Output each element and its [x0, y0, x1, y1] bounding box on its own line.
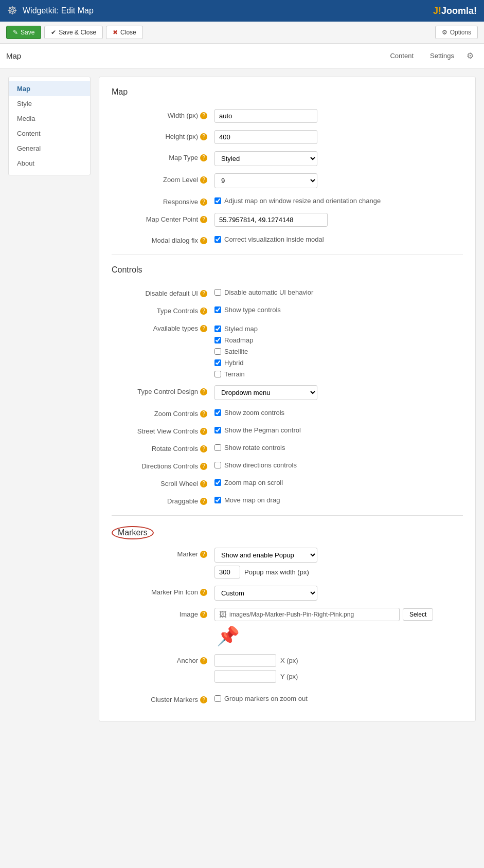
type-controls-control: Show type controls: [214, 304, 463, 314]
width-help-icon[interactable]: ?: [200, 112, 207, 119]
controls-markers-divider: [112, 515, 463, 516]
disable-ui-label: Disable default UI ?: [112, 287, 214, 297]
type-control-design-help-icon[interactable]: ?: [200, 388, 207, 395]
map-type-help-icon[interactable]: ?: [200, 154, 207, 161]
center-point-row: Map Center Point ?: [112, 213, 463, 227]
street-view-control: Show the Pegman control: [214, 425, 463, 434]
map-type-select[interactable]: Styled Roadmap Satellite Hybrid Terrain: [214, 151, 317, 166]
tab-content[interactable]: Content: [382, 45, 422, 67]
type-controls-help-icon[interactable]: ?: [200, 308, 207, 315]
popup-max-width-input[interactable]: [214, 566, 240, 578]
height-input[interactable]: [214, 130, 317, 144]
directions-controls-label: Directions Controls ?: [112, 460, 214, 470]
rotate-controls-help-icon[interactable]: ?: [200, 445, 207, 453]
directions-controls-checkbox[interactable]: [214, 462, 221, 468]
sidebar-item-about[interactable]: About: [9, 156, 90, 171]
zoom-controls-help-icon[interactable]: ?: [200, 410, 207, 418]
zoom-level-select[interactable]: 1234 5678 9101112: [214, 173, 317, 188]
responsive-checkbox[interactable]: [214, 197, 221, 204]
close-button[interactable]: ✖ Close: [106, 26, 143, 39]
sidebar-item-content[interactable]: Content: [9, 126, 90, 141]
scroll-wheel-checkbox[interactable]: [214, 479, 221, 486]
cluster-markers-help-icon[interactable]: ?: [200, 696, 207, 703]
type-control-design-select[interactable]: Dropdown menu Horizontal bar: [214, 385, 317, 400]
map-section-title: Map: [112, 87, 463, 101]
type-styled-label: Styled map: [214, 323, 463, 333]
sidebar-item-map[interactable]: Map: [9, 81, 90, 96]
disable-ui-control: Disable automatic UI behavior: [214, 287, 463, 296]
marker-control: Show and enable Popup Show only Disable …: [214, 548, 463, 578]
modal-checkbox[interactable]: [214, 236, 221, 243]
cluster-markers-checkbox[interactable]: [214, 695, 221, 702]
sidebar-item-general[interactable]: General: [9, 141, 90, 156]
marker-help-icon[interactable]: ?: [200, 551, 207, 558]
draggable-checkbox[interactable]: [214, 497, 221, 503]
street-view-label: Street View Controls ?: [112, 425, 214, 435]
type-controls-checkbox-label: Show type controls: [214, 304, 463, 314]
tab-settings[interactable]: Settings: [422, 45, 462, 67]
settings-gear-icon[interactable]: ⚙: [462, 44, 478, 68]
anchor-y-input[interactable]: [214, 670, 276, 683]
save-button[interactable]: ✎ Save: [6, 26, 41, 39]
zoom-controls-control: Show zoom controls: [214, 407, 463, 417]
controls-section-title: Controls: [112, 265, 463, 279]
marker-pin-icon-help-icon[interactable]: ?: [200, 589, 207, 596]
draggable-checkbox-label: Move map on drag: [214, 495, 463, 504]
save-close-button[interactable]: ✔ Save & Close: [44, 26, 103, 39]
draggable-help-icon[interactable]: ?: [200, 498, 207, 505]
type-terrain-checkbox[interactable]: [214, 371, 221, 377]
rotate-controls-checkbox[interactable]: [214, 444, 221, 451]
toolbar: ✎ Save ✔ Save & Close ✖ Close ⚙ Options: [0, 22, 484, 44]
modal-checkbox-label: Correct visualization inside modal: [214, 234, 463, 243]
modal-control: Correct visualization inside modal: [214, 234, 463, 243]
directions-controls-row: Directions Controls ? Show directions co…: [112, 460, 463, 470]
responsive-help-icon[interactable]: ?: [200, 198, 207, 206]
scroll-wheel-help-icon[interactable]: ?: [200, 480, 207, 487]
type-roadmap-checkbox[interactable]: [214, 337, 221, 343]
available-types-help-icon[interactable]: ?: [200, 325, 207, 332]
options-button[interactable]: ⚙ Options: [435, 26, 478, 39]
available-types-control: Styled map Roadmap Satellite Hybrid Terr…: [214, 322, 463, 378]
responsive-row: Responsive ? Adjust map on window resize…: [112, 195, 463, 206]
sidebar-item-media[interactable]: Media: [9, 111, 90, 126]
type-satellite-checkbox[interactable]: [214, 348, 221, 355]
disable-ui-checkbox[interactable]: [214, 289, 221, 296]
street-view-help-icon[interactable]: ?: [200, 428, 207, 435]
marker-label: Marker ?: [112, 548, 214, 558]
responsive-checkbox-label: Adjust map on window resize and orientat…: [214, 195, 463, 205]
center-point-input[interactable]: [214, 213, 328, 227]
cluster-markers-label: Cluster Markers ?: [112, 693, 214, 703]
anchor-row: Anchor ? X (px) Y (px): [112, 654, 463, 686]
modal-help-icon[interactable]: ?: [200, 237, 207, 244]
type-terrain-label: Terrain: [214, 369, 463, 378]
height-help-icon[interactable]: ?: [200, 133, 207, 140]
gear-icon: ⚙: [442, 29, 447, 36]
type-hybrid-checkbox[interactable]: [214, 359, 221, 366]
cluster-markers-row: Cluster Markers ? Group markers on zoom …: [112, 693, 463, 703]
directions-controls-help-icon[interactable]: ?: [200, 463, 207, 470]
marker-pin-icon-select[interactable]: Default Custom: [214, 586, 317, 601]
type-controls-checkbox[interactable]: [214, 306, 221, 313]
tab-bar-title: Map: [6, 44, 21, 67]
street-view-checkbox[interactable]: [214, 427, 221, 433]
anchor-x-input[interactable]: [214, 654, 276, 667]
image-row: Image ? 🖼 images/Map-Marker-Push-Pin-Rig…: [112, 608, 463, 647]
sidebar-item-style[interactable]: Style: [9, 96, 90, 111]
center-help-icon[interactable]: ?: [200, 216, 207, 223]
save-icon: ✎: [13, 29, 18, 36]
disable-ui-help-icon[interactable]: ?: [200, 290, 207, 297]
zoom-level-help-icon[interactable]: ?: [200, 176, 207, 184]
street-view-checkbox-label: Show the Pegman control: [214, 425, 463, 434]
marker-select[interactable]: Show and enable Popup Show only Disable: [214, 548, 317, 563]
select-image-button[interactable]: Select: [403, 608, 433, 621]
width-input[interactable]: [214, 109, 317, 123]
modal-row: Modal dialog fix ? Correct visualization…: [112, 234, 463, 244]
type-hybrid-label: Hybrid: [214, 357, 463, 367]
anchor-help-icon[interactable]: ?: [200, 657, 207, 664]
zoom-controls-checkbox[interactable]: [214, 409, 221, 416]
responsive-control: Adjust map on window resize and orientat…: [214, 195, 463, 205]
image-help-icon[interactable]: ?: [200, 611, 207, 618]
type-styled-checkbox[interactable]: [214, 326, 221, 332]
center-point-label: Map Center Point ?: [112, 213, 214, 223]
pin-preview: 📌: [214, 625, 463, 647]
